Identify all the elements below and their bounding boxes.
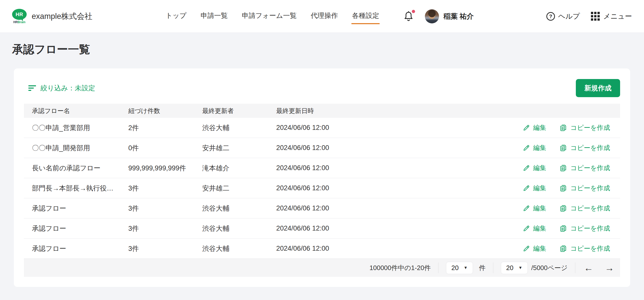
cell-flow-name: 部門長→本部長→執行役…	[24, 184, 128, 193]
edit-button[interactable]: 編集	[522, 123, 546, 132]
pagination-summary: 100000件中の1-20件	[370, 264, 431, 272]
pager-arrows: ← →	[584, 263, 614, 273]
page-select[interactable]: 20 ▼	[501, 262, 528, 274]
filter-icon	[28, 85, 36, 92]
pagination-bar: 100000件中の1-20件 20 ▼ 件 20 ▼ /5000ページ ← →	[24, 259, 620, 277]
table-row: 承認フロー 3件 渋谷大輔 2024/06/06 12:00 編集 コピーを作成	[24, 198, 620, 218]
menu-button[interactable]: メニュー	[591, 12, 632, 21]
cell-updated-by: 渋谷大輔	[202, 224, 276, 233]
grid-menu-icon	[591, 12, 600, 21]
cell-updated-at: 2024/06/06 12:00	[276, 224, 522, 232]
hrbrain-logo[interactable]: HR HRBrain	[12, 9, 27, 24]
header-link-count: 紐づけ件数	[128, 107, 202, 115]
filter-button[interactable]: 絞り込み：未設定	[28, 84, 95, 93]
cell-updated-at: 2024/06/06 12:00	[276, 204, 522, 212]
create-new-button[interactable]: 新規作成	[576, 79, 620, 97]
pencil-icon	[522, 205, 530, 212]
cell-updated-by: 渋谷大輔	[202, 204, 276, 213]
toolbar: 絞り込み：未設定 新規作成	[24, 79, 620, 97]
pencil-icon	[522, 144, 530, 152]
copy-button[interactable]: コピーを作成	[559, 224, 610, 233]
divider	[438, 262, 438, 273]
edit-button[interactable]: 編集	[522, 143, 546, 152]
header-flow-name: 承認フロー名	[24, 107, 128, 115]
cell-link-count: 3件	[128, 244, 202, 253]
app-header: HR HRBrain example株式会社 トップ 申請一覧 申請フォーム一覧…	[0, 0, 644, 33]
table-row: 承認フロー 3件 渋谷大輔 2024/06/06 12:00 編集 コピーを作成	[24, 239, 620, 259]
cell-flow-name: 〇〇申請_開発部用	[24, 143, 128, 153]
copy-button[interactable]: コピーを作成	[559, 244, 610, 253]
pencil-icon	[522, 184, 530, 192]
nav-item-3[interactable]: 代理操作	[310, 9, 338, 24]
total-pages-label: /5000ページ	[531, 264, 568, 272]
page-value: 20	[506, 264, 513, 272]
nav-item-0[interactable]: トップ	[165, 9, 187, 24]
table-body: 〇〇申請_営業部用 2件 渋谷大輔 2024/06/06 12:00 編集 コピ…	[24, 118, 620, 259]
cell-link-count: 2件	[128, 123, 202, 132]
copy-button[interactable]: コピーを作成	[559, 164, 610, 172]
help-button[interactable]: ? ヘルプ	[546, 12, 580, 21]
cell-updated-by: 渋谷大輔	[202, 244, 276, 253]
header-updated-by: 最終更新者	[202, 107, 276, 115]
cell-updated-at: 2024/06/06 12:00	[276, 245, 522, 252]
cell-link-count: 3件	[128, 204, 202, 213]
filter-label: 絞り込み：未設定	[41, 84, 95, 93]
per-page-unit: 件	[479, 264, 486, 272]
company-name: example株式会社	[32, 11, 92, 22]
nav-item-4[interactable]: 各種設定	[351, 9, 380, 24]
edit-button[interactable]: 編集	[522, 184, 546, 193]
nav-item-1[interactable]: 申請一覧	[200, 9, 228, 24]
table-row: 長い名前の承認フロー 999,999,999,999件 滝本雄介 2024/06…	[24, 158, 620, 178]
cell-actions: 編集 コピーを作成	[522, 204, 620, 213]
pencil-icon	[522, 124, 530, 132]
nav-item-2[interactable]: 申請フォーム一覧	[241, 9, 297, 24]
menu-label: メニュー	[603, 12, 632, 21]
pencil-icon	[522, 225, 530, 232]
cell-actions: 編集 コピーを作成	[522, 143, 620, 152]
caret-down-icon: ▼	[464, 266, 468, 270]
copy-button[interactable]: コピーを作成	[559, 123, 610, 132]
copy-document-icon	[559, 224, 567, 233]
cell-updated-at: 2024/06/06 12:00	[276, 124, 522, 132]
cell-link-count: 0件	[128, 143, 202, 153]
edit-button[interactable]: 編集	[522, 164, 546, 172]
cell-actions: 編集 コピーを作成	[522, 164, 620, 172]
copy-document-icon	[559, 245, 567, 253]
copy-button[interactable]: コピーを作成	[559, 143, 610, 152]
table-row: 〇〇申請_開発部用 0件 安井雄二 2024/06/06 12:00 編集 コピ…	[24, 138, 620, 158]
hrbrain-logo-icon: HR	[12, 9, 27, 20]
copy-document-icon	[559, 204, 567, 212]
copy-button[interactable]: コピーを作成	[559, 204, 610, 213]
logo-wordmark: HRBrain	[13, 21, 25, 24]
notification-bell-icon[interactable]	[403, 10, 414, 23]
help-label: ヘルプ	[558, 12, 580, 21]
cell-link-count: 3件	[128, 184, 202, 193]
prev-page-button[interactable]: ←	[584, 263, 593, 273]
cell-flow-name: 長い名前の承認フロー	[24, 164, 128, 173]
edit-button[interactable]: 編集	[522, 204, 546, 213]
header-right-zone: ? ヘルプ メニュー	[546, 12, 632, 21]
next-page-button[interactable]: →	[605, 263, 614, 273]
user-name: 稲葉 祐介	[444, 12, 474, 21]
copy-button[interactable]: コピーを作成	[559, 184, 610, 193]
cell-actions: 編集 コピーを作成	[522, 184, 620, 193]
table-row: 部門長→本部長→執行役… 3件 安井雄二 2024/06/06 12:00 編集…	[24, 178, 620, 198]
cell-updated-by: 渋谷大輔	[202, 123, 276, 132]
table-row: 〇〇申請_営業部用 2件 渋谷大輔 2024/06/06 12:00 編集 コピ…	[24, 118, 620, 138]
cell-updated-by: 滝本雄介	[202, 164, 276, 173]
cell-updated-by: 安井雄二	[202, 143, 276, 153]
copy-document-icon	[559, 164, 567, 172]
cell-link-count: 999,999,999,999件	[128, 164, 202, 173]
pencil-icon	[522, 164, 530, 172]
copy-document-icon	[559, 184, 567, 192]
user-avatar[interactable]	[425, 9, 439, 23]
caret-down-icon: ▼	[518, 266, 522, 270]
cell-flow-name: 承認フロー	[24, 204, 128, 213]
edit-button[interactable]: 編集	[522, 224, 546, 233]
copy-document-icon	[559, 124, 567, 132]
edit-button[interactable]: 編集	[522, 244, 546, 253]
cell-updated-at: 2024/06/06 12:00	[276, 164, 522, 172]
cell-actions: 編集 コピーを作成	[522, 244, 620, 253]
cell-updated-at: 2024/06/06 12:00	[276, 184, 522, 192]
per-page-select[interactable]: 20 ▼	[446, 262, 473, 274]
